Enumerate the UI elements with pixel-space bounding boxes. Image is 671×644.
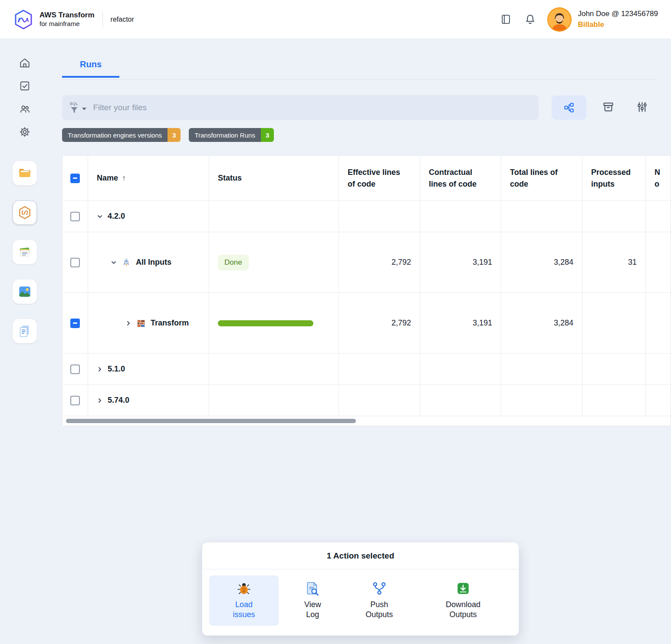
filter-language-selector[interactable]: BQL: [70, 102, 79, 114]
sidebar-item-documents[interactable]: [13, 319, 37, 343]
transform-engine-icon: [17, 205, 32, 220]
image-icon: [17, 284, 32, 299]
column-header-total-lines[interactable]: Total lines ofcode: [501, 156, 582, 200]
download-outputs-button[interactable]: DownloadOutputs: [420, 575, 507, 626]
left-rail: [0, 39, 49, 343]
table-header-row: Name↑ Status Effective linesof code Cont…: [62, 156, 671, 201]
column-header-clipped[interactable]: No: [646, 156, 671, 200]
action-panel-title: 1 Action selected: [202, 542, 519, 569]
page: AWS Transform for mainframe refactor: [0, 0, 671, 644]
aws-transform-logo-icon: [13, 9, 34, 30]
tabs-baseline: [62, 79, 658, 80]
row-name: 5.1.0: [108, 365, 125, 374]
row-checkbox[interactable]: [70, 258, 80, 267]
transform-bricks-icon: [136, 319, 146, 328]
filter-language-label: BQL: [70, 102, 79, 106]
column-header-status[interactable]: Status: [209, 156, 339, 200]
action-label: Loadissues: [233, 600, 255, 620]
push-outputs-button[interactable]: PushOutputs: [347, 575, 412, 626]
filter-input[interactable]: [92, 102, 531, 113]
bell-icon: [524, 13, 536, 25]
brand-line2: for mainframe: [39, 20, 95, 28]
chevron-right-icon[interactable]: [97, 366, 103, 372]
billable-badge: Billable: [578, 20, 658, 30]
sidebar-item-users[interactable]: [19, 103, 30, 115]
sidebar-item-settings[interactable]: [19, 126, 30, 138]
effective-lines-value: 2,792: [391, 319, 411, 328]
rail-app-group: [13, 161, 37, 343]
branch-icon: [372, 581, 387, 596]
column-header-contractual-lines[interactable]: Contractuallines of code: [420, 156, 501, 200]
row-name: 5.74.0: [108, 396, 129, 405]
column-header-name[interactable]: Name↑: [88, 156, 209, 200]
select-all-checkbox[interactable]: [70, 174, 80, 183]
tree-view-icon: [563, 102, 575, 113]
sidebar-item-media[interactable]: [13, 279, 37, 304]
docs-button[interactable]: [500, 14, 511, 25]
view-log-button[interactable]: ViewLog: [286, 575, 339, 626]
chevron-down-icon[interactable]: [82, 108, 86, 110]
table-row: 5.74.0: [62, 385, 671, 416]
row-checkbox[interactable]: [70, 365, 80, 374]
docs-icon: [500, 14, 511, 25]
sidebar-item-transform[interactable]: [13, 200, 37, 225]
row-name: Transform: [151, 319, 189, 328]
row-checkbox[interactable]: [70, 319, 80, 328]
chip-transformation-engines-versions[interactable]: Transformation engines versions 3: [62, 128, 181, 142]
home-icon: [19, 57, 30, 69]
chip-count-badge: 3: [168, 128, 181, 142]
horizontal-scrollbar-thumb[interactable]: [66, 419, 356, 423]
stacked-papers-icon: [17, 245, 32, 260]
runs-table: Name↑ Status Effective linesof code Cont…: [62, 155, 671, 426]
download-icon: [456, 581, 470, 596]
column-header-processed-inputs[interactable]: Processedinputs: [582, 156, 646, 200]
sort-ascending-icon: ↑: [122, 172, 126, 184]
avatar: [547, 7, 572, 32]
table-row: 5.1.0: [62, 354, 671, 385]
chevron-down-icon[interactable]: [111, 260, 117, 266]
chip-transformation-runs[interactable]: Transformation Runs 3: [189, 128, 274, 142]
chevron-right-icon[interactable]: [97, 398, 103, 404]
filter-bar[interactable]: BQL: [62, 95, 539, 120]
brand-line1: AWS Transform: [39, 11, 95, 20]
product-name: refactor: [111, 16, 134, 23]
column-header-effective-lines[interactable]: Effective linesof code: [339, 156, 420, 200]
chip-count-badge: 3: [261, 128, 274, 142]
action-label: PushOutputs: [365, 600, 393, 620]
rail-top-group: [19, 57, 30, 138]
row-checkbox[interactable]: [70, 212, 80, 221]
log-search-icon: [305, 581, 320, 596]
contractual-lines-value: 3,191: [473, 319, 492, 328]
tree-view-toggle-button[interactable]: [552, 95, 586, 120]
funnel-icon: [70, 107, 78, 114]
tab-runs[interactable]: Runs: [62, 59, 119, 78]
row-checkbox[interactable]: [70, 396, 80, 405]
view-settings-button[interactable]: [636, 101, 648, 113]
contractual-lines-value: 3,191: [473, 258, 492, 267]
chevron-down-icon[interactable]: [97, 214, 103, 220]
bug-icon: [237, 581, 251, 596]
table-row: 4.2.0: [62, 201, 671, 232]
chevron-right-icon[interactable]: [125, 320, 132, 326]
row-name: All Inputs: [136, 258, 171, 267]
action-label: DownloadOutputs: [446, 600, 480, 620]
sliders-icon: [636, 101, 648, 113]
sidebar-item-tasks[interactable]: [19, 80, 30, 92]
sidebar-item-reports[interactable]: [13, 240, 37, 264]
gear-icon: [19, 126, 30, 138]
action-label: ViewLog: [304, 600, 321, 620]
sidebar-item-files[interactable]: [13, 161, 37, 185]
processed-inputs-value: 31: [628, 258, 637, 267]
progress-bar: [218, 320, 313, 326]
user-menu[interactable]: John Doe @ 123456789 Billable: [547, 7, 658, 32]
notifications-button[interactable]: [524, 13, 536, 25]
row-name: 4.2.0: [108, 212, 125, 221]
chip-label: Transformation engines versions: [62, 128, 168, 142]
chip-label: Transformation Runs: [189, 128, 261, 142]
brand-divider: [102, 12, 103, 27]
folder-icon: [17, 166, 32, 181]
topbar: AWS Transform for mainframe refactor: [0, 0, 671, 39]
load-issues-button[interactable]: Loadissues: [209, 575, 279, 626]
archive-button[interactable]: [602, 101, 614, 113]
sidebar-item-home[interactable]: [19, 57, 30, 69]
